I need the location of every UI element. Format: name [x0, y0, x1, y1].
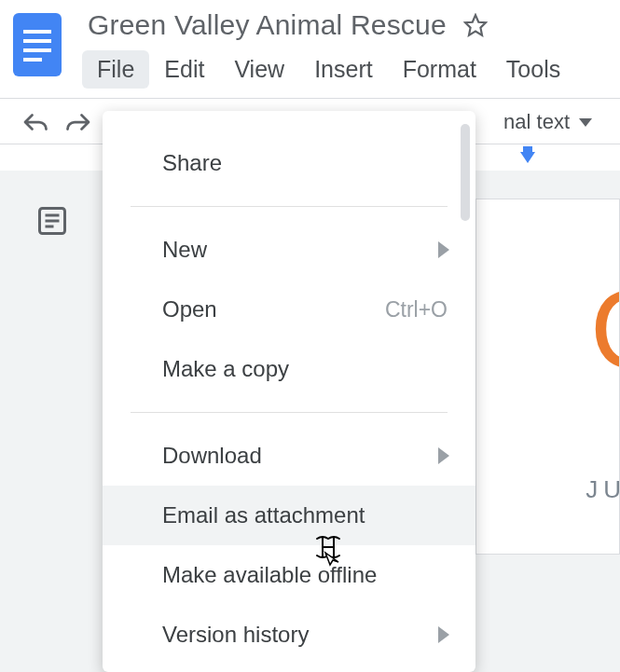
menu-item-open[interactable]: Open Ctrl+O	[103, 280, 475, 339]
menu-insert[interactable]: Insert	[299, 50, 388, 89]
svg-rect-1	[23, 30, 51, 34]
document-page[interactable]: G JULY	[475, 199, 620, 555]
undo-button[interactable]	[21, 110, 48, 134]
menu-view[interactable]: View	[219, 50, 299, 89]
svg-rect-0	[13, 13, 62, 76]
menu-item-version-history[interactable]: Version history	[103, 605, 475, 665]
file-menu-dropdown: Share New Open Ctrl+O Make a copy Downlo…	[103, 111, 475, 672]
menu-item-share[interactable]: Share	[103, 133, 475, 193]
page-subheading-text: JULY	[586, 475, 620, 504]
submenu-arrow-icon	[438, 447, 449, 464]
chevron-down-icon	[579, 118, 592, 127]
menu-item-new[interactable]: New	[103, 220, 475, 280]
redo-button[interactable]	[65, 110, 93, 134]
menu-tools[interactable]: Tools	[491, 50, 575, 89]
svg-rect-2	[23, 39, 51, 43]
page-heading-text: G	[590, 265, 620, 393]
star-icon[interactable]	[463, 13, 488, 37]
menu-item-label: Make available offline	[162, 562, 377, 588]
menubar: File Edit View Insert Format Tools	[82, 50, 620, 89]
document-title[interactable]: Green Valley Animal Rescue	[88, 9, 447, 41]
submenu-arrow-icon	[438, 626, 449, 643]
svg-rect-4	[23, 58, 42, 62]
menu-item-make-copy[interactable]: Make a copy	[103, 339, 475, 399]
menu-item-label: Email as attachment	[162, 502, 365, 528]
menu-item-email-attachment[interactable]: Email as attachment	[103, 486, 475, 545]
menu-item-label: Open	[162, 296, 217, 322]
paragraph-style-selector[interactable]: nal text	[503, 110, 592, 134]
menu-item-download[interactable]: Download	[103, 426, 475, 486]
menu-file[interactable]: File	[82, 50, 149, 89]
indent-marker[interactable]	[517, 146, 538, 171]
submenu-arrow-icon	[438, 241, 449, 258]
menu-separator	[131, 206, 448, 207]
docs-app-icon[interactable]	[13, 13, 62, 76]
paragraph-style-label: nal text	[503, 110, 570, 134]
menu-item-label: Make a copy	[162, 356, 289, 382]
menu-item-shortcut: Ctrl+O	[385, 297, 448, 322]
svg-marker-7	[520, 152, 535, 163]
svg-rect-6	[523, 146, 532, 152]
menu-format[interactable]: Format	[388, 50, 491, 89]
outline-button[interactable]	[35, 204, 69, 238]
svg-rect-3	[23, 48, 51, 52]
menu-item-make-offline[interactable]: Make available offline	[103, 545, 475, 605]
svg-marker-5	[465, 15, 486, 35]
menu-separator	[131, 412, 448, 413]
menu-item-label: Share	[162, 150, 222, 176]
menu-item-label: New	[162, 237, 207, 263]
menu-item-label: Download	[162, 443, 262, 469]
menu-edit[interactable]: Edit	[149, 50, 219, 89]
menu-item-label: Version history	[162, 622, 309, 648]
